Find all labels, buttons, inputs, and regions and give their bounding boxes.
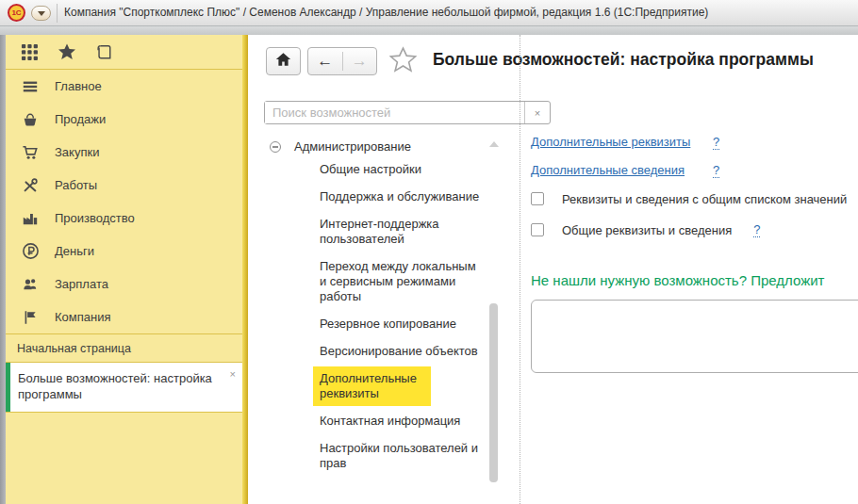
- checkbox-row: Реквизиты и сведения с общим списком зна…: [531, 191, 858, 206]
- home-button[interactable]: [266, 47, 301, 75]
- sidebar-item-kompaniya[interactable]: Компания: [6, 301, 242, 333]
- tree-item[interactable]: Интернет-поддержка пользователей: [313, 217, 488, 247]
- basket-icon: [21, 111, 40, 128]
- favorites-star-icon[interactable]: [58, 42, 76, 61]
- detail-panel: Дополнительные реквизиты ? Дополнительны…: [531, 135, 858, 377]
- sidebar-item-zakupki[interactable]: Закупки: [6, 136, 242, 169]
- flag-icon: [21, 309, 40, 326]
- tree-node-administrirovanie[interactable]: Администрирование: [270, 139, 411, 154]
- additional-info-link[interactable]: Дополнительные сведения: [531, 163, 713, 178]
- sidebar-toolbar: [6, 35, 242, 70]
- titlebar-divider: [57, 4, 58, 23]
- home-page-label: Начальная страница: [17, 342, 131, 355]
- tree-item[interactable]: Поддержка и обслуживание: [313, 189, 488, 204]
- window-title: Компания "Спорткомплекс Плюс" / Семенов …: [64, 0, 708, 25]
- app-logo-icon: 1С: [8, 4, 25, 22]
- sidebar-item-label: Зарплата: [55, 277, 108, 291]
- sidebar: Главное Продажи Закупки Работы Производс…: [6, 35, 242, 504]
- tree-root-label: Администрирование: [294, 139, 411, 154]
- page-title: Больше возможностей: настройка программы: [433, 50, 814, 70]
- window-menu-button[interactable]: [31, 6, 51, 21]
- checkbox-row: Общие реквизиты и сведения ?: [531, 222, 858, 237]
- help-link[interactable]: ?: [713, 163, 719, 178]
- settings-tree: Общие настройки Поддержка и обслуживание…: [313, 162, 488, 471]
- sidebar-item-glavnoe[interactable]: Главное: [6, 70, 242, 103]
- tree-item-selected[interactable]: Дополнительные реквизиты: [313, 366, 431, 406]
- history-scroll-icon[interactable]: [95, 43, 112, 60]
- scroll-up-icon[interactable]: [489, 141, 499, 147]
- sidebar-item-label: Главное: [55, 79, 102, 93]
- sidebar-item-label: Деньги: [55, 244, 94, 258]
- menu-bars-icon: [21, 78, 40, 95]
- tree-item[interactable]: Настройки пользователей и прав: [313, 441, 488, 471]
- checkbox-label: Реквизиты и сведения с общим списком зна…: [562, 192, 847, 206]
- sidebar-item-label: Работы: [55, 178, 97, 192]
- window-titlebar: 1С Компания "Спорткомплекс Плюс" / Семен…: [0, 0, 858, 26]
- window-frame: [0, 26, 858, 35]
- sidebar-item-label: Продажи: [55, 112, 106, 126]
- collapse-icon[interactable]: [270, 141, 281, 153]
- history-nav-buttons: ← →: [307, 47, 377, 75]
- tab-more-features[interactable]: Больше возможностей: настройка программы…: [6, 363, 242, 413]
- people-icon: [21, 275, 40, 293]
- close-icon[interactable]: ×: [230, 366, 236, 382]
- sidebar-item-label: Закупки: [55, 145, 99, 159]
- panel-divider: [520, 35, 520, 504]
- forward-button[interactable]: →: [343, 52, 377, 71]
- main-content: ← → Больше возможностей: настройка прогр…: [248, 35, 858, 504]
- factory-icon: [21, 210, 40, 227]
- search-input[interactable]: [265, 102, 524, 123]
- back-button[interactable]: ←: [308, 52, 343, 71]
- sidebar-item-prodazhi[interactable]: Продажи: [6, 103, 242, 136]
- suggestion-textarea[interactable]: [531, 300, 858, 373]
- help-link[interactable]: ?: [713, 135, 719, 150]
- tree-item[interactable]: Общие настройки: [313, 162, 488, 177]
- tab-label: Больше возможностей: настройка программы: [18, 371, 212, 401]
- clear-search-icon[interactable]: ×: [524, 102, 550, 123]
- link-row: Дополнительные сведения ?: [531, 163, 858, 178]
- sidebar-item-proizvodstvo[interactable]: Производство: [6, 202, 242, 235]
- help-link[interactable]: ?: [753, 222, 760, 237]
- tree-scrollbar[interactable]: [489, 303, 498, 482]
- tree-item[interactable]: Версионирование объектов: [313, 344, 488, 359]
- tree-item[interactable]: Контактная информация: [313, 414, 488, 429]
- tree-item[interactable]: Переход между локальным и сервисным режи…: [313, 259, 488, 304]
- ruble-coin-icon: [21, 242, 40, 260]
- tools-icon: [21, 177, 40, 194]
- sidebar-item-dengi[interactable]: Деньги: [6, 235, 242, 268]
- sidebar-item-zarplata[interactable]: Зарплата: [6, 268, 242, 301]
- search-box: ×: [264, 101, 551, 124]
- additional-attributes-link[interactable]: Дополнительные реквизиты: [531, 135, 713, 150]
- favorite-star-icon[interactable]: [389, 46, 417, 77]
- chevron-down-icon: [38, 11, 45, 16]
- cart-icon: [21, 143, 40, 161]
- tree-item[interactable]: Резервное копирование: [313, 317, 488, 332]
- checkbox-common-values[interactable]: [531, 192, 544, 205]
- suggest-feature-link[interactable]: Не нашли нужную возможность? Предложит: [531, 272, 858, 288]
- sidebar-item-raboty[interactable]: Работы: [6, 169, 242, 202]
- sidebar-item-label: Компания: [55, 310, 111, 324]
- sidebar-item-home-page[interactable]: Начальная страница: [6, 333, 242, 363]
- link-row: Дополнительные реквизиты ?: [531, 135, 858, 150]
- checkbox-label: Общие реквизиты и сведения: [562, 223, 732, 237]
- sidebar-item-label: Производство: [55, 211, 135, 225]
- house-icon: [275, 52, 291, 71]
- checkbox-common-attributes[interactable]: [531, 223, 544, 236]
- apps-grid-icon[interactable]: [21, 43, 39, 61]
